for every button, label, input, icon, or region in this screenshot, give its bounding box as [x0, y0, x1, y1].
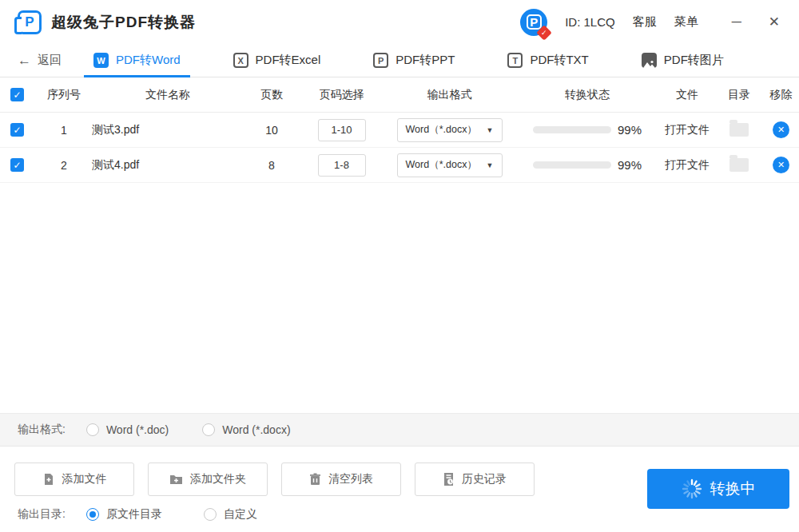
tab-pdf-to-ppt[interactable]: P PDF转PPT	[364, 44, 464, 77]
output-format-bar: 输出格式: Word (*.doc) Word (*.docx)	[0, 413, 799, 447]
back-arrow-icon: ←	[18, 53, 31, 69]
tab-pdf-to-word[interactable]: W PDF转Word	[84, 44, 190, 77]
back-button[interactable]: ← 返回	[18, 53, 62, 69]
chevron-down-icon: ▼	[487, 161, 494, 169]
header-status: 转换状态	[515, 88, 659, 102]
file-plus-icon	[42, 473, 55, 486]
remove-icon[interactable]: ✕	[773, 157, 789, 173]
row-index: 1	[36, 124, 92, 137]
title-bar: P 超级兔子PDF转换器 P ✓ ID: 1LCQ 客服 菜单 ─ ✕	[0, 0, 799, 44]
app-logo-icon: P	[18, 10, 42, 34]
header-directory: 目录	[715, 88, 763, 102]
output-format-dropdown[interactable]: Word（*.docx） ▼	[397, 118, 503, 142]
image-icon	[642, 53, 657, 68]
history-button[interactable]: 历史记录	[415, 463, 535, 496]
radio-original-dir[interactable]: 原文件目录	[86, 507, 162, 522]
header-file: 文件	[659, 88, 715, 102]
table-row: ✓ 2 测试4.pdf 8 1-8 Word（*.docx） ▼ 99% 打开文…	[0, 148, 799, 183]
spinner-icon	[682, 478, 702, 499]
open-file-link[interactable]: 打开文件	[665, 158, 710, 173]
trash-icon	[309, 473, 321, 486]
radio-custom-dir[interactable]: 自定义	[204, 507, 257, 522]
radio-word-docx[interactable]: Word (*.docx)	[202, 423, 290, 436]
app-title: 超级兔子PDF转换器	[51, 12, 196, 33]
add-file-button[interactable]: 添加文件	[14, 463, 134, 496]
menu-button[interactable]: 菜单	[674, 14, 698, 30]
folder-icon[interactable]	[729, 158, 749, 172]
chevron-down-icon: ▼	[487, 126, 494, 134]
tab-bar: ← 返回 W PDF转Word X PDF转Excel P PDF转PPT T …	[0, 44, 799, 77]
output-format-label: 输出格式:	[18, 423, 66, 437]
header-index: 序列号	[36, 88, 92, 102]
page-range-input[interactable]: 1-10	[318, 119, 366, 141]
user-id: ID: 1LCQ	[565, 15, 615, 29]
header-page-range: 页码选择	[300, 88, 384, 102]
progress-percent: 99%	[618, 123, 642, 137]
output-format-dropdown[interactable]: Word（*.docx） ▼	[397, 153, 503, 177]
close-button[interactable]: ✕	[764, 12, 785, 32]
avatar-logo-icon: P	[527, 14, 542, 30]
action-area: 添加文件 添加文件夹 清空列表 历史记录	[0, 447, 799, 531]
header-pages: 页数	[244, 88, 300, 102]
row-checkbox[interactable]: ✓	[10, 158, 24, 172]
convert-button[interactable]: 转换中	[647, 469, 789, 509]
row-pages: 10	[244, 124, 300, 137]
add-folder-button[interactable]: 添加文件夹	[148, 463, 268, 496]
open-file-link[interactable]: 打开文件	[665, 123, 710, 137]
header-remove: 移除	[763, 88, 799, 102]
excel-icon: X	[233, 53, 248, 68]
row-checkbox[interactable]: ✓	[10, 123, 24, 137]
radio-icon[interactable]	[204, 508, 217, 521]
folder-icon[interactable]	[729, 123, 749, 137]
history-icon	[443, 473, 455, 486]
progress-percent: 99%	[618, 158, 642, 172]
row-filename: 测试3.pdf	[92, 123, 244, 137]
folder-plus-icon	[169, 474, 183, 486]
radio-icon[interactable]	[86, 508, 99, 521]
output-dir-bar: 输出目录: 原文件目录 自定义	[18, 507, 257, 522]
tab-pdf-to-excel[interactable]: X PDF转Excel	[224, 44, 331, 77]
progress-bar: 99%	[533, 158, 642, 172]
progress-bar: 99%	[533, 123, 642, 137]
clear-list-button[interactable]: 清空列表	[281, 463, 401, 496]
output-dir-label: 输出目录:	[18, 507, 66, 522]
word-icon: W	[93, 53, 109, 68]
table-row: ✓ 1 测试3.pdf 10 1-10 Word（*.docx） ▼ 99% 打…	[0, 113, 799, 148]
table-header: ✓ 序列号 文件名称 页数 页码选择 输出格式 转换状态 文件 目录 移除	[0, 77, 799, 113]
support-link[interactable]: 客服	[633, 14, 657, 30]
header-output-format: 输出格式	[384, 88, 515, 102]
txt-icon: T	[507, 53, 523, 68]
row-filename: 测试4.pdf	[92, 158, 244, 173]
row-index: 2	[36, 159, 92, 172]
row-pages: 8	[244, 159, 300, 172]
tab-pdf-to-image[interactable]: PDF转图片	[632, 44, 733, 77]
header-filename: 文件名称	[92, 88, 244, 102]
user-avatar[interactable]: P ✓	[520, 9, 547, 36]
empty-area	[0, 183, 799, 413]
remove-icon[interactable]: ✕	[773, 121, 789, 138]
page-range-input[interactable]: 1-8	[318, 154, 366, 177]
select-all-checkbox[interactable]: ✓	[10, 88, 24, 101]
radio-icon[interactable]	[86, 423, 99, 436]
tab-pdf-to-txt[interactable]: T PDF转TXT	[498, 44, 598, 77]
ppt-icon: P	[373, 53, 388, 68]
radio-word-doc[interactable]: Word (*.doc)	[86, 423, 169, 436]
radio-icon[interactable]	[202, 423, 215, 436]
minimize-button[interactable]: ─	[727, 13, 746, 32]
